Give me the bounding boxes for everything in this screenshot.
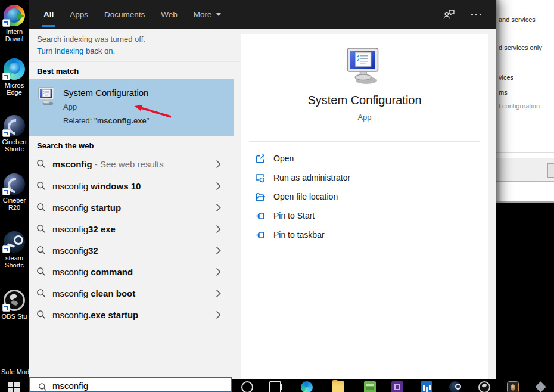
- tab-apps[interactable]: Apps: [70, 0, 88, 29]
- taskbar-icon-obs[interactable]: [478, 381, 490, 392]
- chevron-right-icon: [216, 246, 221, 255]
- desktop-icon-internet-download-manager[interactable]: InternDownl: [0, 5, 29, 42]
- window-button-partial[interactable]: [547, 163, 554, 178]
- chevron-right-icon: [216, 160, 221, 169]
- best-match-type: App: [63, 102, 77, 111]
- web-suggestion-msconfig-command[interactable]: msconfig command: [29, 261, 234, 282]
- desktop-icon-label: InternDownl: [0, 28, 29, 42]
- taskbar-icon-audio-app[interactable]: [507, 381, 519, 392]
- more-options-icon[interactable]: [471, 14, 481, 15]
- feedback-icon[interactable]: [443, 9, 455, 20]
- search-icon: [36, 245, 46, 255]
- chevron-right-icon: [216, 225, 221, 234]
- taskbar-icon-task-view[interactable]: [269, 381, 281, 392]
- desktop-icon-label: OBS Stu: [0, 313, 29, 320]
- search-icon: [36, 203, 46, 212]
- shortcut-arrow-icon: [2, 19, 10, 27]
- taskbar-icon-app[interactable]: [535, 381, 547, 392]
- search-icon: [36, 310, 46, 319]
- screen: InternDownl MicrosEdge CinebenShortc Cin…: [0, 0, 554, 392]
- web-suggestion-msconfig-exe-startup[interactable]: msconfig.exe startup: [29, 304, 234, 325]
- desktop-icon-microsoft-edge[interactable]: MicrosEdge: [0, 58, 29, 96]
- tab-all[interactable]: All: [43, 0, 54, 29]
- desktop-icon-cinebench-r20[interactable]: CineberR20: [0, 173, 29, 211]
- divider: [29, 61, 241, 62]
- active-tab-underline: [42, 25, 55, 27]
- action-pin-to-start[interactable]: Pin to Start: [241, 206, 488, 225]
- safe-mode-watermark: Safe Mod: [1, 368, 29, 375]
- best-match-header: Best match: [37, 67, 79, 76]
- taskbar-icon-cpu-z[interactable]: [391, 381, 403, 392]
- window-divider: [496, 152, 554, 153]
- system-configuration-icon: [36, 86, 58, 107]
- web-suggestion-msconfig32-exe[interactable]: msconfig32 exe: [29, 218, 234, 239]
- taskbar-search-input[interactable]: msconfig: [29, 377, 232, 392]
- tab-documents[interactable]: Documents: [104, 0, 145, 29]
- panel-type: App: [241, 113, 488, 122]
- desktop-icon-obs-studio[interactable]: OBS Stu: [0, 290, 29, 320]
- best-match-title: System Configuration: [63, 88, 148, 98]
- obs-icon: [4, 290, 25, 311]
- chevron-right-icon: [216, 203, 221, 212]
- window-divider: [496, 145, 554, 145]
- open-icon: [255, 154, 265, 164]
- flyout-shadow: [496, 0, 502, 201]
- tab-web[interactable]: Web: [161, 0, 178, 29]
- turn-indexing-on-link[interactable]: Turn indexing back on.: [37, 46, 115, 55]
- search-icon: [38, 382, 47, 391]
- window-text-fragment-disabled: t configuration: [499, 102, 540, 110]
- pin-icon: [255, 211, 265, 221]
- pin-icon: [255, 230, 265, 240]
- taskbar-icon-edge[interactable]: [301, 381, 313, 392]
- search-icon: [36, 224, 46, 234]
- best-match-result[interactable]: System Configuration App Related: "mscon…: [29, 79, 234, 136]
- taskbar-icon-cortana[interactable]: [241, 381, 253, 392]
- action-open-file-location[interactable]: Open file location: [241, 187, 488, 206]
- taskbar-icon-file-explorer[interactable]: [332, 381, 344, 392]
- panel-title: System Configuration: [241, 94, 488, 107]
- action-label: Pin to Start: [273, 211, 315, 220]
- tab-label: Documents: [104, 10, 145, 19]
- window-text-fragment: d services only: [499, 44, 542, 51]
- shortcut-arrow-icon: [2, 129, 10, 137]
- search-icon: [36, 181, 46, 191]
- shortcut-arrow-icon: [2, 73, 10, 80]
- action-pin-to-taskbar[interactable]: Pin to taskbar: [241, 225, 488, 244]
- start-button[interactable]: [8, 382, 20, 392]
- web-suggestion-msconfig-clean-boot[interactable]: msconfig clean boot: [29, 282, 234, 304]
- tab-label: More: [194, 10, 212, 19]
- action-label: Pin to taskbar: [273, 230, 325, 239]
- action-label: Run as administrator: [273, 173, 350, 182]
- cinebench-icon: [4, 173, 25, 195]
- steam-icon: [4, 231, 25, 253]
- action-open[interactable]: Open: [241, 149, 488, 168]
- search-icon: [36, 159, 46, 169]
- search-filter-bar: All Apps Documents Web More: [29, 0, 496, 29]
- chevron-right-icon: [216, 289, 221, 298]
- action-label: Open: [273, 154, 294, 163]
- action-label: Open file location: [273, 192, 338, 201]
- action-run-as-administrator[interactable]: Run as administrator: [241, 168, 488, 187]
- best-match-related: Related: "msconfig.exe": [63, 116, 149, 125]
- divider: [249, 141, 480, 142]
- shortcut-arrow-icon: [2, 245, 10, 253]
- tab-more[interactable]: More: [194, 0, 221, 29]
- taskbar-icon-gpu-z[interactable]: [364, 381, 376, 392]
- taskbar-icon-benchmark[interactable]: [421, 381, 432, 392]
- desktop-icon-label: MicrosEdge: [0, 82, 29, 96]
- windows-logo-icon: [8, 382, 20, 392]
- web-suggestion-msconfig[interactable]: msconfig - See web results: [29, 153, 234, 175]
- chevron-right-icon: [216, 267, 221, 276]
- internet-download-manager-icon: [4, 5, 25, 26]
- desktop-icon-steam[interactable]: steamShortc: [0, 231, 29, 269]
- result-detail-panel: System Configuration App Open Run as adm…: [241, 34, 488, 379]
- taskbar-icon-steam[interactable]: [449, 381, 461, 392]
- system-configuration-icon-large: [343, 46, 386, 86]
- web-suggestion-msconfig-windows-10[interactable]: msconfig windows 10: [29, 175, 234, 197]
- chevron-right-icon: [216, 182, 221, 191]
- web-suggestion-msconfig32[interactable]: msconfig32: [29, 239, 234, 261]
- admin-shield-icon: [255, 173, 265, 183]
- desktop-icon-cinebench-shortcut[interactable]: CinebenShortc: [0, 115, 29, 153]
- desktop-icon-label: steamShortc: [0, 254, 29, 269]
- web-suggestion-msconfig-startup[interactable]: msconfig startup: [29, 197, 234, 218]
